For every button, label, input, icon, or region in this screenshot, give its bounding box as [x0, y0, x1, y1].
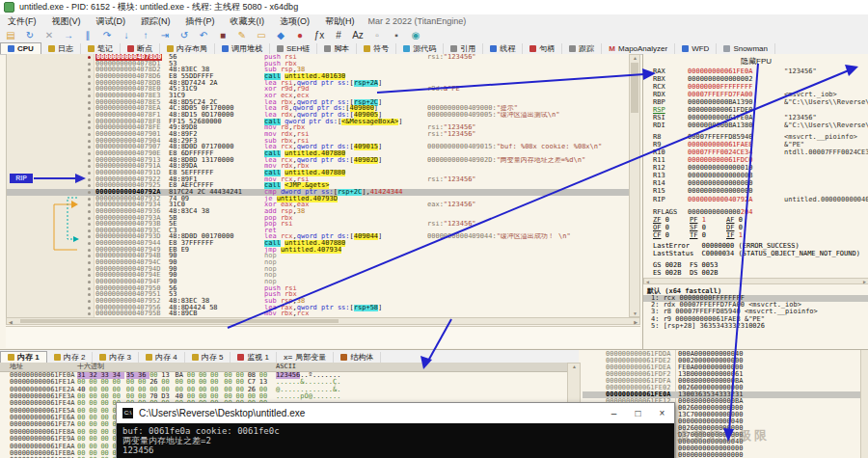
register-value[interactable]: 00000000FFFFFFFF	[688, 83, 752, 91]
row-dot[interactable]	[88, 101, 91, 104]
row-dot[interactable]	[88, 191, 91, 194]
row-dot[interactable]	[88, 133, 91, 136]
row-dot[interactable]	[88, 203, 91, 206]
register-value[interactable]: 0000000000000204	[688, 208, 752, 216]
disasm-row[interactable]: 000000000040795B48:89CBmov rbx,rcx	[7, 310, 630, 317]
row-dot[interactable]	[88, 63, 91, 66]
tab-WFD[interactable]: WFD	[675, 43, 717, 54]
tab-断点[interactable]: 断点	[121, 43, 160, 54]
tab-线程[interactable]: 线程	[483, 43, 523, 54]
row-dot[interactable]	[88, 210, 91, 213]
step-into-icon[interactable]: ↓	[118, 29, 135, 41]
register-row-rcx[interactable]: RCX00000000FFFFFFFF	[643, 83, 868, 91]
console-maximize-button[interactable]: □	[626, 403, 650, 423]
register-row-r10[interactable]: R1000007FFF0024CE34ntdll.00007FFF0024CE3…	[643, 148, 868, 156]
menu-item[interactable]: 选项(O)	[272, 15, 317, 28]
row-dot[interactable]	[88, 140, 91, 143]
row-dot[interactable]	[88, 261, 91, 264]
run-to-cursor-icon[interactable]: ⇥	[156, 29, 174, 41]
register-row-rsp[interactable]: RSP000000000061FDE0	[643, 106, 868, 114]
row-dot[interactable]	[88, 293, 91, 296]
row-dot[interactable]	[88, 184, 91, 187]
row-dot[interactable]	[88, 126, 91, 129]
row-dot[interactable]	[88, 75, 91, 78]
trace-into-icon[interactable]: ↺	[176, 29, 193, 41]
row-dot[interactable]	[88, 68, 91, 71]
run-icon[interactable]: →	[60, 29, 77, 41]
row-dot[interactable]	[88, 165, 91, 168]
tab-内存1[interactable]: 内存 1	[0, 351, 47, 363]
title-bar[interactable]: untitled.exe - PID: 6152 - 模块: untitled.…	[0, 0, 868, 15]
hide-fpu-button[interactable]: 隐藏FPU	[643, 56, 868, 67]
pause-icon[interactable]: ∥	[79, 29, 96, 41]
row-dot[interactable]	[88, 287, 91, 290]
row-dot[interactable]	[88, 217, 91, 220]
tab-内存3[interactable]: 内存 3	[93, 352, 139, 363]
register-row-rsi[interactable]: RSI000000000061FE0A"123456"	[643, 114, 868, 121]
row-dot[interactable]	[88, 198, 91, 201]
tab-引用[interactable]: 引用	[444, 43, 483, 54]
register-value[interactable]: 00007FFF0024CE34	[688, 148, 752, 156]
register-row-rdx[interactable]: RDX00007FFEFFD7FA00<msvcrt._iob>	[643, 91, 868, 98]
tab-内存4[interactable]: 内存 4	[139, 352, 185, 363]
row-dot[interactable]	[88, 88, 91, 91]
breakpoint-dot[interactable]	[88, 56, 91, 59]
row-dot[interactable]	[88, 274, 91, 277]
register-value[interactable]: 000000000061FDE0	[688, 106, 752, 114]
breakpoint-icon[interactable]: ●	[291, 29, 309, 41]
tab-MapoAnalyzer[interactable]: MMapoAnalyzer	[602, 43, 675, 54]
register-row-r11[interactable]: R11000000000061FDC0	[643, 156, 868, 164]
row-dot[interactable]	[88, 255, 91, 257]
row-dot[interactable]	[88, 82, 91, 85]
registers-horizontal-scrollbar[interactable]: ◀ ▶	[643, 278, 868, 284]
register-value[interactable]: 000000000061FE0A	[688, 67, 752, 75]
ordinal-icon[interactable]: #	[330, 29, 347, 41]
about-icon[interactable]: ◉	[407, 29, 424, 41]
register-row-r9[interactable]: R9000000000061FAE8&"PE"	[643, 141, 868, 148]
row-dot[interactable]	[88, 94, 91, 97]
row-dot[interactable]	[88, 114, 91, 117]
register-value[interactable]: 000000000000000B	[688, 172, 752, 179]
tab-调用堆栈[interactable]: 调用堆栈	[215, 43, 270, 54]
settings-icon[interactable]: ▪	[388, 29, 405, 41]
row-dot[interactable]	[88, 242, 91, 245]
register-row-rbx[interactable]: RBX0000000000000002	[643, 75, 868, 83]
register-row-r12[interactable]: R120000000000000010	[643, 164, 868, 172]
comment-icon[interactable]: ✎	[233, 29, 251, 41]
console-minimize-button[interactable]: –	[602, 403, 626, 423]
register-row-rax[interactable]: RAX000000000061FE0A"123456"	[643, 67, 868, 75]
tab-日志[interactable]: 日志	[41, 43, 81, 54]
registers-panel[interactable]: 隐藏FPU RAX000000000061FE0A"123456"RBX0000…	[642, 54, 868, 349]
row-dot[interactable]	[88, 307, 91, 310]
console-title-bar[interactable]: C:\ C:\Users\Reverse\Desktop\untitled.ex…	[117, 403, 674, 423]
register-value[interactable]: 00007FFEFFD7FA00	[688, 91, 752, 98]
tab-CPU[interactable]: CPU	[0, 42, 41, 54]
disassembly-vertical-scrollbar[interactable]: ▲ ▼	[629, 54, 640, 317]
tab-笔记[interactable]: 笔记	[81, 43, 121, 54]
register-value[interactable]: 0000000000BA1390	[688, 98, 752, 106]
register-value[interactable]: 000000000061FAE8	[688, 141, 752, 148]
tab-符号[interactable]: 符号	[357, 43, 396, 54]
row-dot[interactable]	[88, 121, 91, 123]
tab-局部变量[interactable]: x=局部变量	[277, 352, 334, 363]
tab-内存布局[interactable]: 内存布局	[160, 43, 215, 54]
bookmark-icon[interactable]: ◆	[272, 29, 289, 41]
row-dot[interactable]	[88, 223, 91, 226]
row-dot[interactable]	[88, 249, 91, 252]
register-row-r14[interactable]: R140000000000000000	[643, 179, 868, 187]
label-icon[interactable]: ▭	[253, 29, 270, 41]
row-dot[interactable]	[88, 268, 91, 271]
register-value[interactable]: 000000000061FDC0	[688, 156, 752, 164]
row-dot[interactable]	[88, 312, 91, 315]
strings-icon[interactable]: Az	[349, 29, 366, 41]
row-dot[interactable]	[88, 146, 91, 148]
register-value[interactable]: 0000000000BA1380	[688, 121, 752, 129]
trace-over-icon[interactable]: ↶	[195, 29, 212, 41]
stack-scrollbar[interactable]	[860, 350, 868, 458]
tab-脚本[interactable]: 脚本	[317, 43, 357, 54]
close-icon[interactable]: ✕	[41, 29, 58, 41]
register-row-r15[interactable]: R150000000000000000	[643, 187, 868, 195]
row-dot[interactable]	[88, 229, 91, 232]
row-dot[interactable]	[88, 172, 91, 175]
tab-内存2[interactable]: 内存 2	[47, 352, 94, 363]
